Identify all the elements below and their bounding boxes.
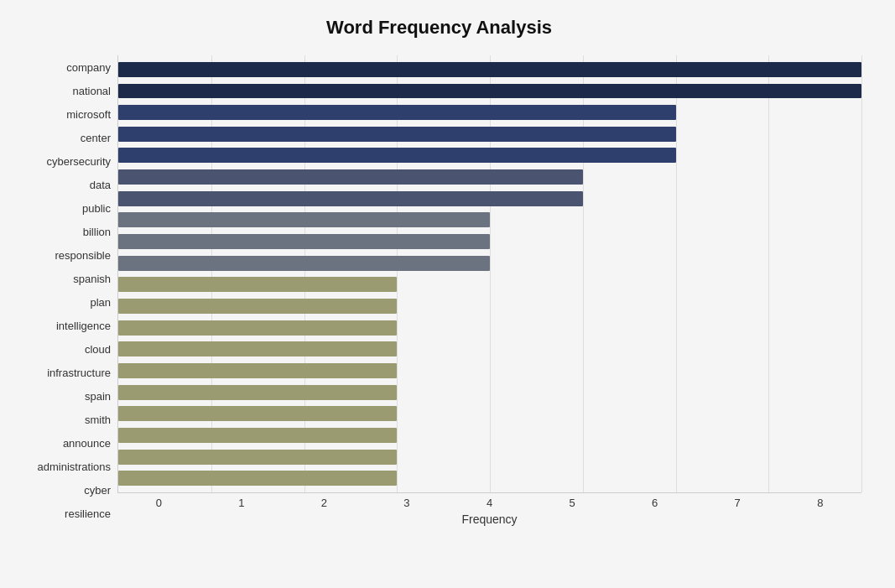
bar — [118, 320, 397, 336]
x-tick-label: 4 — [448, 497, 531, 509]
bar-row — [118, 360, 861, 382]
y-label: infrastructure — [47, 367, 111, 378]
y-label: data — [90, 180, 111, 190]
x-tick-label: 1 — [200, 497, 284, 509]
bar — [118, 84, 861, 99]
bar — [118, 406, 397, 421]
bar — [118, 256, 490, 271]
x-tick-label: 8 — [779, 497, 862, 509]
bar-row — [118, 188, 861, 210]
bars-wrapper — [118, 55, 861, 492]
y-label: cyber — [84, 485, 111, 496]
bar — [118, 450, 397, 465]
bar — [118, 299, 397, 314]
bar — [118, 191, 583, 206]
bar — [118, 234, 490, 249]
y-label: smith — [85, 414, 111, 425]
bar-row — [118, 339, 861, 361]
grid-line — [861, 55, 862, 492]
x-tick-label: 2 — [283, 497, 366, 509]
bars-area — [117, 55, 861, 493]
y-label: announce — [63, 438, 111, 449]
x-tick-label: 0 — [117, 497, 200, 509]
bar-row — [118, 81, 861, 102]
y-label: company — [66, 62, 111, 73]
y-label: cloud — [85, 344, 111, 355]
y-label: intelligence — [56, 320, 111, 331]
bar-row — [118, 274, 861, 296]
bar — [118, 127, 676, 142]
y-label: national — [72, 86, 111, 96]
bar-row — [118, 424, 861, 446]
chart-title: Word Frequency Analysis — [17, 17, 861, 39]
bar-row — [118, 446, 861, 468]
y-label: spain — [85, 391, 111, 402]
chart-area: companynationalmicrosoftcentercybersecur… — [17, 55, 861, 526]
bar-row — [118, 101, 861, 123]
y-label: responsible — [55, 250, 112, 261]
bar-row — [118, 317, 861, 339]
y-label: billion — [83, 226, 111, 237]
bar-row — [118, 231, 861, 252]
y-label: spanish — [73, 273, 111, 284]
bar-row — [118, 59, 861, 81]
x-tick-label: 7 — [696, 497, 779, 509]
bar — [118, 105, 676, 120]
x-tick-label: 6 — [613, 497, 696, 509]
x-tick-label: 5 — [531, 497, 614, 509]
x-axis-labels: 012345678 — [117, 493, 861, 509]
bar-row — [118, 166, 861, 188]
bar-row — [118, 145, 861, 167]
bar — [118, 471, 397, 486]
y-label: resilience — [65, 508, 111, 519]
bar — [118, 428, 397, 443]
y-label: public — [82, 203, 111, 214]
bar — [118, 148, 676, 163]
y-label: plan — [90, 297, 111, 308]
bar — [118, 341, 397, 356]
x-tick-label: 3 — [366, 497, 449, 509]
bar — [118, 363, 397, 378]
bar — [118, 62, 861, 77]
bar-row — [118, 295, 861, 317]
y-label: center — [81, 133, 111, 143]
bar — [118, 212, 490, 227]
bar-row — [118, 382, 861, 403]
bar-row — [118, 252, 861, 274]
y-label: administrations — [38, 461, 111, 472]
bar-row — [118, 210, 861, 232]
bar — [118, 385, 397, 400]
bar-row — [118, 123, 861, 145]
x-axis-title: Frequency — [117, 513, 861, 526]
y-label: microsoft — [66, 109, 111, 120]
chart-container: Word Frequency Analysis companynationalm… — [0, 0, 895, 588]
bar — [118, 169, 583, 185]
bars-and-xaxis: 012345678 Frequency — [117, 55, 861, 526]
y-axis-labels: companynationalmicrosoftcentercybersecur… — [17, 55, 117, 526]
bar-row — [118, 467, 861, 489]
bar — [118, 277, 397, 292]
bar-row — [118, 403, 861, 425]
y-label: cybersecurity — [46, 156, 111, 167]
